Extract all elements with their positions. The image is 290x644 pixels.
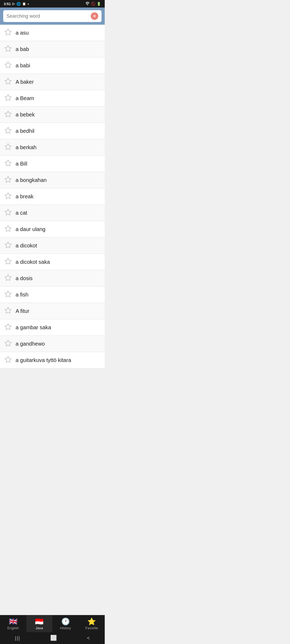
block-icon: 🚫	[91, 2, 95, 6]
word-text: a Beam	[16, 95, 34, 101]
list-item[interactable]: a guitarkuva tyttö kitara	[0, 352, 105, 368]
list-item[interactable]: a cat	[0, 205, 105, 221]
word-text: a guitarkuva tyttö kitara	[16, 357, 71, 363]
globe-icon: 🌐	[16, 2, 21, 6]
svg-marker-19	[5, 324, 11, 330]
list-item[interactable]: a bebek	[0, 107, 105, 123]
svg-marker-13	[5, 225, 11, 231]
svg-marker-8	[5, 144, 11, 149]
search-input[interactable]	[6, 13, 89, 19]
star-toggle[interactable]	[4, 127, 16, 135]
list-item[interactable]: a Bill	[0, 156, 105, 172]
svg-marker-21	[5, 356, 11, 362]
svg-marker-15	[5, 258, 11, 264]
word-text: a bebek	[16, 112, 35, 118]
list-item[interactable]: a berkah	[0, 139, 105, 156]
list-item[interactable]: a fish	[0, 287, 105, 303]
word-text: a dicokot saka	[16, 259, 50, 265]
list-item[interactable]: a gambar saka	[0, 319, 105, 336]
play-icon: ▷	[12, 2, 15, 6]
word-text: a dicokot	[16, 243, 37, 249]
svg-marker-6	[5, 111, 11, 117]
svg-marker-1	[5, 29, 11, 35]
star-toggle[interactable]	[4, 225, 16, 233]
word-list: a asu a bab a babi A baker a Beam a bebe…	[0, 25, 105, 368]
time-display: 3:51	[4, 2, 11, 6]
clear-button[interactable]	[91, 12, 98, 20]
star-toggle[interactable]	[4, 274, 16, 283]
list-item[interactable]: A fitur	[0, 303, 105, 319]
svg-marker-4	[5, 78, 11, 84]
star-toggle[interactable]	[4, 241, 16, 250]
svg-marker-3	[5, 62, 11, 68]
svg-marker-5	[5, 94, 11, 100]
word-text: a bedhil	[16, 128, 34, 134]
word-text: a fish	[16, 292, 28, 298]
search-bar	[0, 8, 105, 25]
list-item[interactable]: a asu	[0, 25, 105, 41]
list-item[interactable]: a break	[0, 188, 105, 205]
star-toggle[interactable]	[4, 176, 16, 184]
list-item[interactable]: a bedhil	[0, 123, 105, 139]
list-item[interactable]: a gandhewo	[0, 336, 105, 352]
word-text: a asu	[16, 30, 29, 36]
word-text: A baker	[16, 79, 34, 85]
list-item[interactable]: a dicokot saka	[0, 254, 105, 270]
star-toggle[interactable]	[4, 258, 16, 266]
status-left: 3:51 ▷ 🌐 📋 •	[4, 2, 29, 6]
word-text: A fitur	[16, 308, 29, 314]
star-toggle[interactable]	[4, 307, 16, 315]
word-text: a berkah	[16, 144, 37, 151]
word-text: a break	[16, 193, 34, 200]
list-item[interactable]: a dosis	[0, 270, 105, 287]
word-text: a cat	[16, 210, 27, 216]
word-text: a dosis	[16, 275, 32, 281]
star-toggle[interactable]	[4, 45, 16, 53]
word-text: a gandhewo	[16, 341, 45, 347]
word-text: a Bill	[16, 161, 27, 167]
word-text: a bongkahan	[16, 177, 47, 183]
svg-marker-18	[5, 307, 11, 313]
list-item[interactable]: a daur ulang	[0, 221, 105, 237]
word-text: a gambar saka	[16, 324, 51, 331]
star-toggle[interactable]	[4, 78, 16, 86]
svg-marker-9	[5, 160, 11, 166]
star-toggle[interactable]	[4, 323, 16, 332]
svg-marker-11	[5, 193, 11, 199]
word-text: a daur ulang	[16, 226, 45, 232]
star-toggle[interactable]	[4, 159, 16, 168]
list-item[interactable]: a babi	[0, 57, 105, 74]
svg-marker-14	[5, 242, 11, 248]
star-toggle[interactable]	[4, 356, 16, 364]
wifi-icon	[85, 2, 90, 6]
word-text: a bab	[16, 46, 29, 52]
status-right: 🚫 🔋	[85, 2, 101, 6]
search-input-wrapper	[3, 10, 102, 22]
star-toggle[interactable]	[4, 61, 16, 70]
status-bar: 3:51 ▷ 🌐 📋 • 🚫 🔋	[0, 0, 105, 8]
star-toggle[interactable]	[4, 28, 16, 37]
svg-marker-16	[5, 275, 11, 280]
svg-marker-2	[5, 45, 11, 51]
star-toggle[interactable]	[4, 290, 16, 299]
dot-icon: •	[28, 2, 29, 6]
star-toggle[interactable]	[4, 192, 16, 201]
svg-marker-10	[5, 176, 11, 182]
star-toggle[interactable]	[4, 339, 16, 348]
star-toggle[interactable]	[4, 94, 16, 103]
star-toggle[interactable]	[4, 208, 16, 217]
svg-marker-17	[5, 291, 11, 297]
clipboard-icon: 📋	[22, 2, 26, 6]
svg-marker-20	[5, 340, 11, 346]
list-item[interactable]: a Beam	[0, 90, 105, 107]
battery-icon: 🔋	[97, 2, 101, 6]
star-toggle[interactable]	[4, 143, 16, 152]
svg-point-0	[87, 5, 88, 5]
svg-marker-7	[5, 127, 11, 133]
star-toggle[interactable]	[4, 110, 16, 119]
list-item[interactable]: A baker	[0, 74, 105, 90]
list-item[interactable]: a bab	[0, 41, 105, 57]
word-text: a babi	[16, 63, 30, 69]
list-item[interactable]: a dicokot	[0, 237, 105, 254]
list-item[interactable]: a bongkahan	[0, 172, 105, 188]
